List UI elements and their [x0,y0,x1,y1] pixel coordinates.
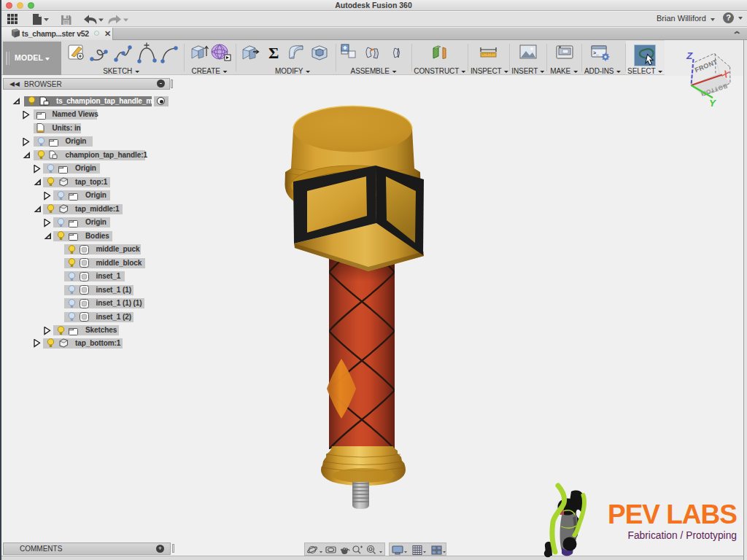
svg-text:Z: Z [686,51,693,61]
svg-text:Y: Y [709,98,717,109]
svg-text:>_: >_ [593,50,599,55]
svg-text:Σ: Σ [268,44,279,62]
